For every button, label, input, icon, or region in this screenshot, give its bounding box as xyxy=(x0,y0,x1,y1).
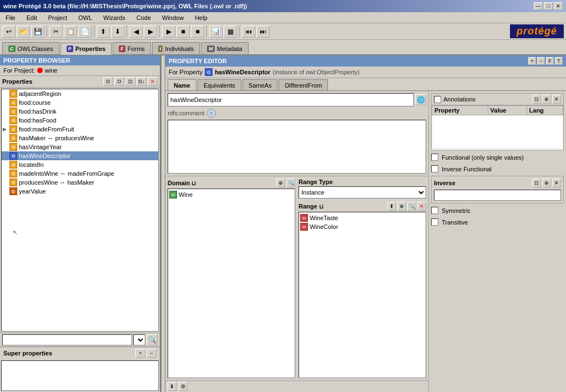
toolbar-btn-5[interactable]: 📋 xyxy=(64,26,77,38)
menu-file[interactable]: File xyxy=(2,13,19,22)
range-search-btn[interactable]: 🔍 xyxy=(407,202,416,211)
tree-item-label: hasMaker ↔ producesWine xyxy=(19,135,94,141)
tree-item-hasvintage[interactable]: O hasVintageYear xyxy=(2,142,158,151)
inverse-btn2[interactable]: ⊕ xyxy=(542,179,551,187)
globe-button[interactable]: 🌐 xyxy=(415,94,426,105)
inverse-functional-checkbox[interactable] xyxy=(431,165,438,172)
inverse-btn3[interactable]: ✕ xyxy=(552,179,561,187)
inverse-btn1[interactable]: ⊡ xyxy=(532,179,541,187)
menu-edit[interactable]: Edit xyxy=(23,13,41,22)
search-dropdown[interactable] xyxy=(133,334,145,345)
range-add-btn[interactable]: ⊕ xyxy=(397,202,406,211)
tab-properties[interactable]: P Properties xyxy=(60,43,112,55)
maximize-button[interactable]: □ xyxy=(544,2,553,10)
toolbar-btn-8[interactable]: ⬇ xyxy=(111,26,124,38)
toolbar-btn-2[interactable]: 📂 xyxy=(17,26,30,38)
tree-item-madeintowin[interactable]: O madeIntoWine ↔ madeFromGrape xyxy=(2,169,158,178)
annotations-btn1[interactable]: ⊡ xyxy=(532,95,541,104)
menu-owl[interactable]: OWL xyxy=(75,13,95,22)
inverse-input[interactable] xyxy=(434,190,561,201)
prop-copy-btn[interactable]: ⊡ xyxy=(125,77,135,86)
property-browser-title: PROPERTY BROWSER xyxy=(3,57,70,64)
tree-item-foodhasfood[interactable]: O food:hasFood xyxy=(2,116,158,125)
editor-content: hasWineDescriptor 🌐 rdfs:comment ○ Domai… xyxy=(165,91,566,392)
panel-divider[interactable] xyxy=(161,55,165,392)
annotations-col-lang: Lang xyxy=(527,106,563,115)
annotations-btn3[interactable]: ✕ xyxy=(552,95,561,104)
range-type-select[interactable]: Instance Class Value xyxy=(299,186,426,198)
toolbar-btn-4[interactable]: ✂ xyxy=(49,26,63,38)
prop-editor-plus[interactable]: + xyxy=(528,57,536,65)
tab-owlclasses[interactable]: C OWLClasses xyxy=(2,42,59,54)
annotations-checkbox[interactable] xyxy=(434,96,441,103)
prop-add-btn[interactable]: D xyxy=(103,77,113,86)
tree-item-locatedin[interactable]: O locatedIn xyxy=(2,160,158,169)
bottom-gear-btn[interactable]: ⚙ xyxy=(179,382,188,391)
domain-search-btn[interactable]: 🔍 xyxy=(286,179,295,187)
tree-item-foodhasdrink[interactable]: O food:hasDrink xyxy=(2,107,158,116)
toolbar-btn-11[interactable]: ■ xyxy=(191,26,204,38)
tree-item-foodmadefromfruit[interactable]: ▶ O food:madeFromFruit xyxy=(2,125,158,134)
prop-editor-t[interactable]: T xyxy=(555,57,563,65)
prop-editor-minus[interactable]: − xyxy=(537,57,545,65)
range-export-btn[interactable]: ⬆ xyxy=(387,202,396,211)
menu-window[interactable]: Window xyxy=(159,13,187,22)
rdfs-comment-button[interactable]: ○ xyxy=(207,109,216,118)
toolbar-btn-12[interactable]: 📊 xyxy=(209,26,223,38)
toolbar-btn-7[interactable]: ⬆ xyxy=(97,26,110,38)
functional-checkbox[interactable] xyxy=(431,154,438,161)
inner-tab-name[interactable]: Name xyxy=(168,79,196,90)
property-tree[interactable]: O adjacentRegion O food:course O food:ha… xyxy=(1,89,159,332)
toolbar-btn-10[interactable]: ■ xyxy=(176,26,190,38)
bottom-download-btn[interactable]: ⬇ xyxy=(168,382,176,391)
search-input[interactable] xyxy=(2,334,132,345)
symmetric-checkbox[interactable] xyxy=(431,207,438,214)
prop-add-obj-btn[interactable]: O xyxy=(114,77,124,86)
tree-item-hasmaker[interactable]: O hasMaker ↔ producesWine xyxy=(2,134,158,142)
toolbar-btn-1[interactable]: ↩ xyxy=(2,26,16,38)
toolbar-btn-back[interactable]: ◀ xyxy=(129,26,143,38)
prop-editor-f[interactable]: F xyxy=(546,57,554,65)
toolbar-btn-15[interactable]: ⏭ xyxy=(256,26,270,38)
prop-del-btn[interactable]: ✕ xyxy=(148,77,158,86)
annotations-label: Annotations xyxy=(443,96,476,103)
rdfs-comment-label: rdfs:comment ○ xyxy=(168,109,426,118)
tree-item-foodcourse[interactable]: O food:course xyxy=(2,98,158,107)
menu-help[interactable]: Help xyxy=(191,13,211,22)
tree-item-yearvalue[interactable]: D yearValue xyxy=(2,187,158,196)
menu-project[interactable]: Project xyxy=(45,13,70,22)
comment-textarea[interactable] xyxy=(168,120,426,174)
tree-item-haswinedescriptor[interactable]: O hasWineDescriptor xyxy=(2,151,158,160)
tab-individuals[interactable]: I Individuals xyxy=(152,42,200,54)
transitive-checkbox[interactable] xyxy=(431,218,438,226)
tab-metadata[interactable]: M Metadata xyxy=(201,42,248,54)
toolbar-btn-fwd[interactable]: ▶ xyxy=(144,26,157,38)
tree-item-produceswin[interactable]: O producesWine ↔ hasMaker xyxy=(2,178,158,187)
menu-wizards[interactable]: Wizards xyxy=(100,13,129,22)
minimize-button[interactable]: — xyxy=(534,2,543,10)
toolbar-btn-14[interactable]: ⏮ xyxy=(242,26,255,38)
range-del-btn[interactable]: ✕ xyxy=(417,202,426,211)
inner-tab-differentfrom[interactable]: DifferentFrom xyxy=(279,79,328,90)
close-button[interactable]: ✕ xyxy=(554,2,563,10)
menu-code[interactable]: Code xyxy=(133,13,154,22)
annotations-btn2[interactable]: ⊕ xyxy=(542,95,551,104)
toolbar-btn-3[interactable]: 💾 xyxy=(31,26,44,38)
prop-obj-icon: O xyxy=(9,170,17,177)
range-item-winetaste: W WineTaste xyxy=(300,213,424,222)
search-button[interactable]: 🔍 xyxy=(146,334,158,345)
name-input[interactable]: hasWineDescriptor xyxy=(168,93,414,106)
tree-item-label: locatedIn xyxy=(19,161,44,168)
inner-tab-equivalents[interactable]: Equivalents xyxy=(198,79,241,90)
toolbar-btn-9[interactable]: ▶ xyxy=(162,26,175,38)
toolbar-btn-13[interactable]: ▦ xyxy=(224,26,237,38)
tree-item-adjacentregion[interactable]: O adjacentRegion xyxy=(2,89,158,98)
prop-add-sub-btn[interactable]: D↓ xyxy=(137,77,146,86)
inner-tab-sameas[interactable]: SameAs xyxy=(242,79,278,90)
annotations-col-value: Value xyxy=(488,106,527,115)
tab-forms[interactable]: F Forms xyxy=(113,42,151,54)
super-props-add-btn[interactable]: + xyxy=(135,349,145,358)
super-props-del-btn[interactable]: − xyxy=(146,349,156,358)
toolbar-btn-6[interactable]: 📄 xyxy=(78,26,92,38)
domain-add-btn[interactable]: ⊕ xyxy=(276,179,285,187)
